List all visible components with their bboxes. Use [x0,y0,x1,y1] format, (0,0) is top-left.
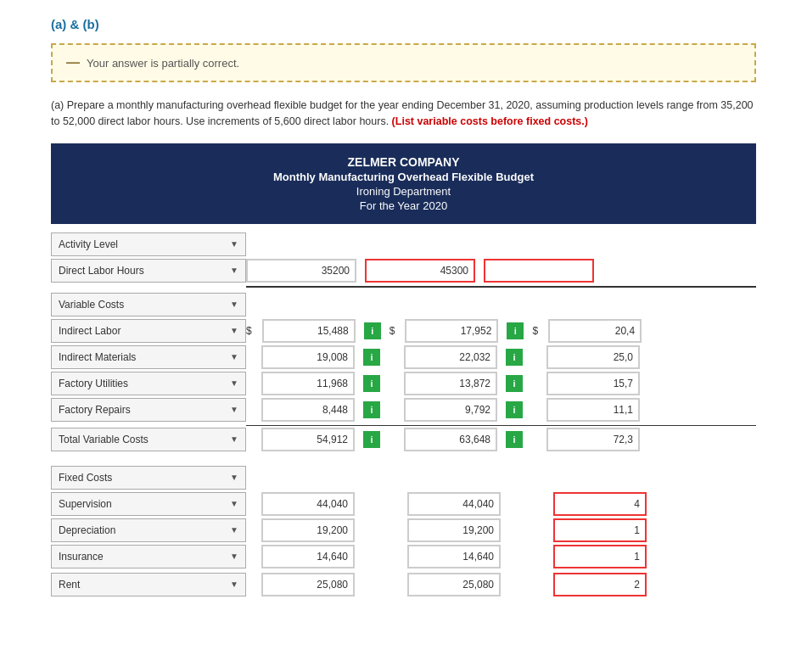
factory-utilities-label: Factory Utilities [59,378,128,389]
factory-utilities-dropdown[interactable]: Factory Utilities ▼ [51,372,246,395]
info-btn-1[interactable]: i [364,322,381,339]
indirect-labor-label: Indirect Labor [59,325,120,337]
factory-repairs-col3-input[interactable] [546,398,640,422]
info-btn-8[interactable]: i [506,401,523,418]
rent-col3-input[interactable] [553,573,647,596]
variable-costs-label: Variable Costs [59,299,124,311]
factory-utilities-col2-input[interactable] [404,372,497,395]
info-btn-7[interactable]: i [363,401,380,418]
info-btn-2[interactable]: i [507,322,524,339]
depreciation-col3-input[interactable] [553,518,647,542]
supervision-col1-input[interactable] [261,492,355,516]
insurance-dropdown[interactable]: Insurance ▼ [51,545,246,568]
factory-repairs-col2-input[interactable] [404,398,497,422]
indirect-labor-col2-input[interactable] [405,319,498,343]
info-btn-9[interactable]: i [363,431,380,448]
section-title: (a) & (b) [51,17,756,31]
supervision-dropdown[interactable]: Supervision ▼ [51,492,246,516]
factory-utilities-col1-input[interactable] [261,372,355,395]
total-variable-col1-input[interactable] [261,428,355,451]
chevron-down-icon: ▼ [230,239,238,249]
chevron-down-icon: ▼ [230,499,238,508]
fixed-costs-dropdown[interactable]: Fixed Costs ▼ [51,466,246,490]
dlh-col2-input[interactable] [365,259,475,283]
factory-repairs-label: Factory Repairs [59,404,131,416]
dlh-col3-input[interactable] [484,259,594,283]
indirect-labor-col3-input[interactable] [548,319,642,343]
total-variable-costs-label: Total Variable Costs [59,434,149,445]
dollar-sign-2: $ [389,325,395,337]
indirect-materials-col2-input[interactable] [404,345,497,369]
insurance-row: Insurance ▼ [51,545,756,568]
total-variable-col2-input[interactable] [404,428,497,451]
chevron-down-icon: ▼ [230,473,238,482]
insurance-col3-input[interactable] [553,545,647,568]
depreciation-label: Depreciation [59,524,115,536]
dlh-col1-input[interactable] [246,259,356,283]
total-variable-col3-input[interactable] [546,428,640,451]
indirect-labor-col1-input[interactable] [262,319,356,343]
alert-message: Your answer is partially correct. [87,57,239,70]
chevron-down-icon: ▼ [230,580,238,589]
info-btn-6[interactable]: i [506,375,523,392]
indirect-materials-label: Indirect Materials [59,351,136,363]
indirect-materials-dropdown[interactable]: Indirect Materials ▼ [51,345,246,369]
insurance-label: Insurance [59,551,104,563]
dash-icon: — [66,55,80,70]
rent-dropdown[interactable]: Rent ▼ [51,573,246,596]
factory-repairs-col1-input[interactable] [261,398,355,422]
direct-labor-hours-label: Direct Labor Hours [59,265,144,277]
indirect-materials-col3-input[interactable] [546,345,640,369]
indirect-materials-col1-input[interactable] [261,345,355,369]
activity-level-label: Activity Level [59,238,118,250]
supervision-row: Supervision ▼ [51,492,756,516]
info-btn-5[interactable]: i [363,375,380,392]
activity-level-dropdown[interactable]: Activity Level ▼ [51,232,246,256]
fixed-costs-row: Fixed Costs ▼ [51,466,756,490]
budget-title: Monthly Manufacturing Overhead Flexible … [59,171,748,183]
alert-box: — Your answer is partially correct. [51,43,756,82]
info-btn-3[interactable]: i [363,349,380,366]
rent-row: Rent ▼ [51,571,756,598]
variable-costs-dropdown[interactable]: Variable Costs ▼ [51,293,246,316]
factory-utilities-row: Factory Utilities ▼ i i [51,372,756,395]
rent-col2-input[interactable] [407,573,501,596]
depreciation-col2-input[interactable] [407,518,501,542]
direct-labor-hours-row: Direct Labor Hours ▼ [51,259,756,283]
direct-labor-hours-dropdown[interactable]: Direct Labor Hours ▼ [51,259,246,283]
chevron-down-icon: ▼ [230,378,238,388]
rent-col1-input[interactable] [261,573,355,596]
depreciation-col1-input[interactable] [261,518,355,542]
supervision-label: Supervision [59,498,112,510]
depreciation-dropdown[interactable]: Depreciation ▼ [51,518,246,542]
chevron-down-icon: ▼ [230,326,238,335]
total-variable-costs-dropdown[interactable]: Total Variable Costs ▼ [51,428,246,451]
info-btn-4[interactable]: i [506,349,523,366]
indirect-labor-dropdown[interactable]: Indirect Labor ▼ [51,319,246,343]
insurance-col1-input[interactable] [261,545,355,568]
rent-label: Rent [59,579,80,591]
insurance-col2-input[interactable] [407,545,501,568]
year-label: For the Year 2020 [59,199,748,212]
department-label: Ironing Department [59,185,748,198]
supervision-col3-input[interactable] [553,492,647,516]
total-variable-costs-row: Total Variable Costs ▼ i i [51,428,756,451]
table-header: ZELMER COMPANY Monthly Manufacturing Ove… [51,143,756,224]
supervision-col2-input[interactable] [407,492,501,516]
chevron-down-icon: ▼ [230,405,238,414]
company-name: ZELMER COMPANY [59,155,748,169]
factory-repairs-dropdown[interactable]: Factory Repairs ▼ [51,398,246,422]
indirect-labor-row: Indirect Labor ▼ $ i $ i $ [51,319,756,343]
chevron-down-icon: ▼ [230,552,238,561]
instruction-text: (a) Prepare a monthly manufacturing over… [51,98,756,130]
chevron-down-icon: ▼ [230,266,238,275]
chevron-down-icon: ▼ [230,352,238,361]
dollar-sign-1: $ [246,325,252,337]
depreciation-row: Depreciation ▼ [51,518,756,542]
chevron-down-icon: ▼ [230,434,238,444]
factory-utilities-col3-input[interactable] [546,372,640,395]
info-btn-10[interactable]: i [506,431,523,448]
activity-level-row: Activity Level ▼ [51,232,756,256]
fixed-costs-label: Fixed Costs [59,472,112,484]
chevron-down-icon: ▼ [230,525,238,535]
